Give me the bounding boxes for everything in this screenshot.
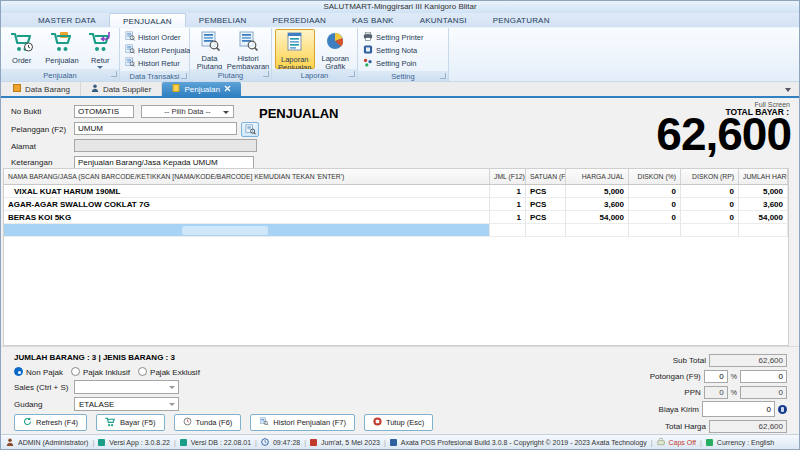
- radio-pajak-exklusif[interactable]: Pajak Exklusif: [138, 367, 200, 377]
- ribbon-tab-master-data[interactable]: MASTER DATA: [25, 13, 109, 27]
- no-bukti-input[interactable]: [74, 105, 134, 118]
- col-header-diskon-rp[interactable]: DISKON (RP): [681, 169, 739, 184]
- sub-total-label: Sub Total: [616, 356, 706, 365]
- ribbon-tab-kas-bank[interactable]: KAS BANK: [339, 13, 407, 27]
- col-header-jumlah-harga[interactable]: JUMLAH HARGA: [739, 169, 788, 184]
- biaya-kirim-info-icon[interactable]: [778, 405, 787, 414]
- box-icon: [13, 84, 21, 94]
- status-currency: Currency : English: [717, 439, 774, 446]
- group-label-setting: Setting: [391, 72, 414, 81]
- person-icon: [91, 84, 99, 94]
- histori-penjualan-button[interactable]: Histori Penjualan: [125, 44, 195, 56]
- radio-pajak-inklusif[interactable]: Pajak Inklusif: [71, 367, 130, 377]
- pelanggan-label: Pelanggan (F2): [11, 125, 66, 134]
- group-label-piutang: Piutang: [218, 71, 243, 80]
- retur-button[interactable]: Retur: [84, 29, 117, 69]
- ribbon-tab-pengaturan[interactable]: PENGATURAN: [480, 13, 563, 27]
- ribbon-tab-akuntansi[interactable]: AKUNTANSI: [407, 13, 480, 27]
- user-icon: [6, 438, 14, 447]
- col-header-diskon-pct[interactable]: DISKON (%): [629, 169, 681, 184]
- ribbon-tab-bar: MASTER DATA PENJUALAN PEMBELIAN PERSEDIA…: [1, 13, 799, 28]
- histori-retur-button[interactable]: Histori Retur: [125, 57, 195, 69]
- ribbon-tab-penjualan[interactable]: PENJUALAN: [109, 13, 186, 27]
- gudang-dropdown[interactable]: ETALASE: [74, 397, 179, 411]
- setting-poin-button[interactable]: Setting Poin: [363, 57, 424, 69]
- ribbon-tab-persediaan[interactable]: PERSEDIAAN: [259, 13, 339, 27]
- items-summary: JUMLAH BARANG : 3 | JENIS BARANG : 3: [14, 353, 175, 362]
- total-harga-value: [709, 420, 787, 433]
- tab-data-barang[interactable]: Data Barang: [3, 82, 81, 96]
- radio-icon: [71, 367, 80, 376]
- printer-icon: [363, 32, 373, 43]
- document-tab-bar: Data Barang Data Supplier Penjualan: [1, 82, 799, 98]
- cart-clock-icon: [10, 31, 34, 56]
- table-row[interactable]: BERAS KOI 5KG 1 PCS 54,000 0 0 54,000: [4, 211, 788, 224]
- new-item-row[interactable]: [4, 224, 788, 237]
- total-harga-row: Total Harga: [616, 420, 787, 433]
- histori-order-button[interactable]: Histori Order: [125, 31, 195, 43]
- pelanggan-lookup-button[interactable]: [241, 122, 259, 137]
- tutup-button[interactable]: Tutup (Esc): [364, 414, 433, 431]
- setting-nota-button[interactable]: Setting Nota: [363, 44, 424, 56]
- calendar-icon: [310, 439, 317, 446]
- radio-non-pajak[interactable]: Non Pajak: [14, 367, 63, 377]
- potongan-rp-input[interactable]: [740, 370, 787, 383]
- close-tab-icon[interactable]: [224, 85, 231, 94]
- list-search-icon: [125, 31, 135, 43]
- dialog-launcher-icon[interactable]: [181, 73, 187, 79]
- laporan-penjualan-button[interactable]: Laporan Penjualan: [275, 29, 315, 69]
- tab-penjualan[interactable]: Penjualan: [162, 82, 241, 96]
- status-build: Axata POS Profesional Build 3.0.8 - Copy…: [401, 439, 647, 446]
- data-piutang-button[interactable]: Data Piutang: [192, 29, 227, 69]
- potongan-pct-input[interactable]: [704, 370, 728, 383]
- ribbon-group-data-transaksi: Histori Order Histori Penjualan Histori …: [120, 28, 190, 81]
- refresh-button[interactable]: Refresh (F4): [14, 414, 87, 431]
- penjualan-button[interactable]: Penjualan: [40, 29, 83, 69]
- dialog-launcher-icon[interactable]: [440, 73, 446, 79]
- status-caps: Caps Off: [669, 439, 697, 446]
- ribbon: Order Penjualan Retur Penjualan: [1, 28, 799, 82]
- potongan-row: Potongan (F9) %: [611, 370, 787, 383]
- total-bayar-value: 62,600: [656, 111, 791, 157]
- ppn-pct-value: [704, 386, 728, 399]
- chevron-down-icon: [169, 403, 175, 406]
- dialog-launcher-icon[interactable]: [263, 71, 269, 77]
- sales-dropdown[interactable]: [74, 380, 179, 394]
- biaya-kirim-label: Biaya Kirim: [609, 405, 699, 414]
- order-button[interactable]: Order: [3, 29, 40, 69]
- tunda-button[interactable]: Tunda (F6): [174, 414, 242, 431]
- ribbon-tab-pembelian[interactable]: PEMBELIAN: [186, 13, 260, 27]
- group-label-laporan: Laporan: [301, 71, 329, 80]
- list-search-icon: [125, 44, 135, 56]
- chevron-down-icon: [223, 111, 229, 114]
- histori-penjualan-footer-button[interactable]: Histori Penjualan (F7): [250, 414, 355, 431]
- group-label-penjualan: Penjualan: [43, 71, 76, 80]
- group-label-data-transaksi: Data Transaksi: [129, 72, 179, 81]
- tab-data-supplier[interactable]: Data Supplier: [81, 82, 162, 96]
- pelanggan-input[interactable]: [74, 122, 237, 135]
- list-search-icon: [237, 31, 259, 54]
- biaya-kirim-input[interactable]: [702, 401, 775, 417]
- dialog-launcher-icon[interactable]: [349, 71, 355, 77]
- cart-icon: [105, 417, 116, 429]
- col-header-nama[interactable]: NAMA BARANG/JASA (SCAN BARCODE/KETIKKAN …: [4, 169, 490, 184]
- app-version-icon: [98, 439, 105, 446]
- bayar-button[interactable]: Bayar (F5): [96, 414, 164, 431]
- caps-lock-icon: [657, 438, 665, 447]
- col-header-jml[interactable]: JML (F12): [490, 169, 526, 184]
- laporan-grafik-button[interactable]: Laporan Grafik: [316, 29, 354, 69]
- table-row[interactable]: VIXAL KUAT HARUM 190ML 1 PCS 5,000 0 0 5…: [4, 185, 788, 198]
- ribbon-empty-space: [449, 28, 799, 81]
- col-header-satuan[interactable]: SATUAN (F11): [526, 169, 566, 184]
- ribbon-group-setting: Setting Printer Setting Nota Setting Poi…: [358, 28, 449, 81]
- dialog-launcher-icon[interactable]: [111, 71, 117, 77]
- input-hint-watermark: [182, 226, 268, 235]
- tab-list-dropdown-icon[interactable]: [785, 88, 791, 92]
- histori-pembayaran-button[interactable]: Histori Pembayaran: [227, 29, 269, 69]
- pilih-data-dropdown[interactable]: -- Pilih Data --: [141, 105, 234, 118]
- status-user: ADMIN (Administrator): [18, 439, 88, 446]
- col-header-harga-jual[interactable]: HARGA JUAL: [566, 169, 629, 184]
- table-row[interactable]: AGAR-AGAR SWALLOW COKLAT 7G 1 PCS 3,600 …: [4, 198, 788, 211]
- status-date: Jum'at, 5 Mei 2023: [321, 439, 380, 446]
- setting-printer-button[interactable]: Setting Printer: [363, 31, 424, 43]
